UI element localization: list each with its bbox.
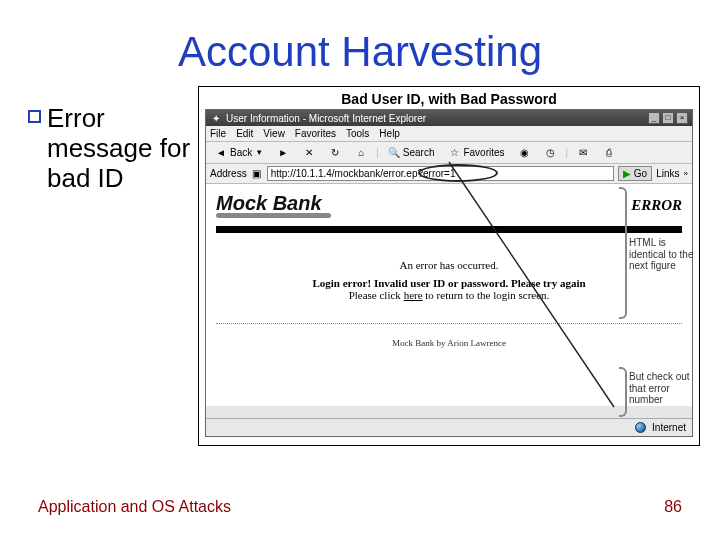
bracket-lower (619, 367, 627, 417)
bullet-area: Error message for bad ID (28, 86, 198, 194)
go-button[interactable]: ▶ Go (618, 166, 652, 181)
close-button[interactable]: × (676, 112, 688, 124)
slide-footer: Application and OS Attacks 86 (38, 498, 682, 516)
menu-tools[interactable]: Tools (346, 128, 369, 139)
address-value: http://10.1.1.4/mockbank/error.ep?error=… (271, 168, 456, 179)
search-icon: 🔍 (388, 147, 400, 159)
bullet-square-icon (28, 110, 41, 123)
statusbar: Internet (206, 418, 692, 436)
print-button[interactable]: ⎙ (598, 145, 620, 161)
home-button[interactable]: ⌂ (350, 145, 372, 161)
error-heading: ERROR (631, 197, 682, 214)
menu-file[interactable]: File (210, 128, 226, 139)
window-title: User Information - Microsoft Internet Ex… (226, 113, 426, 124)
status-text: Internet (652, 422, 686, 433)
stop-button[interactable]: ✕ (298, 145, 320, 161)
figure-caption: Bad User ID, with Bad Password (199, 87, 699, 109)
menubar: File Edit View Favorites Tools Help (206, 126, 692, 142)
content-row: Error message for bad ID Bad User ID, wi… (0, 76, 720, 446)
home-icon: ⌂ (355, 147, 367, 159)
search-label: Search (403, 147, 435, 158)
dotted-divider (216, 323, 682, 324)
error-message-block: An error has occurred. Login error! Inva… (216, 259, 682, 301)
slide-title: Account Harvesting (0, 28, 720, 76)
error-line-2: Login error! Invalid user ID or password… (216, 277, 682, 289)
menu-view[interactable]: View (263, 128, 285, 139)
menu-edit[interactable]: Edit (236, 128, 253, 139)
window-controls: _ □ × (648, 112, 688, 124)
menu-help[interactable]: Help (379, 128, 400, 139)
chevron-right-icon: » (684, 169, 688, 178)
footer-left: Application and OS Attacks (38, 498, 231, 516)
toolbar: ◄ Back ▼ ► ✕ ↻ ⌂ | 🔍 (206, 142, 692, 164)
favorites-button[interactable]: ☆ Favorites (443, 145, 509, 161)
minimize-button[interactable]: _ (648, 112, 660, 124)
search-button[interactable]: 🔍 Search (383, 145, 440, 161)
err3-post: to return to the login screen. (423, 289, 550, 301)
bracket-upper (619, 187, 627, 319)
history-icon: ◷ (545, 147, 557, 159)
favorites-label: Favorites (463, 147, 504, 158)
page-number: 86 (664, 498, 682, 516)
refresh-button[interactable]: ↻ (324, 145, 346, 161)
divider-bar (216, 226, 682, 233)
media-icon: ◉ (519, 147, 531, 159)
mock-bank-logo: Mock Bank (216, 192, 331, 215)
annotation-error-number: But check out that error number (629, 371, 697, 406)
stop-icon: ✕ (303, 147, 315, 159)
error-line-3: Please click here to return to the login… (216, 289, 682, 301)
err3-pre: Please click (349, 289, 404, 301)
logo-block: Mock Bank (216, 192, 331, 218)
address-row: Address ▣ http://10.1.1.4/mockbank/error… (206, 164, 692, 184)
maximize-button[interactable]: □ (662, 112, 674, 124)
error-line-1: An error has occurred. (216, 259, 682, 271)
back-label: Back (230, 147, 252, 158)
annotation-html-identical: HTML is identical to the next figure (629, 237, 697, 272)
back-arrow-icon: ◄ (215, 147, 227, 159)
go-label: Go (634, 168, 647, 179)
globe-icon (635, 422, 646, 433)
here-link[interactable]: here (404, 289, 423, 301)
forward-button[interactable]: ► (272, 145, 294, 161)
address-label: Address (210, 168, 247, 179)
byline: Mock Bank by Arion Lawrence (216, 338, 682, 348)
mail-button[interactable]: ✉ (572, 145, 594, 161)
star-icon: ☆ (448, 147, 460, 159)
go-icon: ▶ (623, 168, 631, 179)
titlebar: ✦ User Information - Microsoft Internet … (206, 110, 692, 126)
figure-panel: Bad User ID, with Bad Password ✦ User In… (198, 86, 700, 446)
history-button[interactable]: ◷ (540, 145, 562, 161)
back-button[interactable]: ◄ Back ▼ (210, 145, 268, 161)
ie-icon: ✦ (210, 112, 222, 124)
chevron-down-icon: ▼ (255, 148, 263, 157)
links-label[interactable]: Links (656, 168, 679, 179)
refresh-icon: ↻ (329, 147, 341, 159)
print-icon: ⎙ (603, 147, 615, 159)
address-input[interactable]: http://10.1.1.4/mockbank/error.ep?error=… (267, 166, 614, 181)
menu-favorites[interactable]: Favorites (295, 128, 336, 139)
bullet-text: Error message for bad ID (47, 104, 198, 194)
forward-arrow-icon: ► (277, 147, 289, 159)
mail-icon: ✉ (577, 147, 589, 159)
page-icon: ▣ (251, 168, 263, 180)
media-button[interactable]: ◉ (514, 145, 536, 161)
